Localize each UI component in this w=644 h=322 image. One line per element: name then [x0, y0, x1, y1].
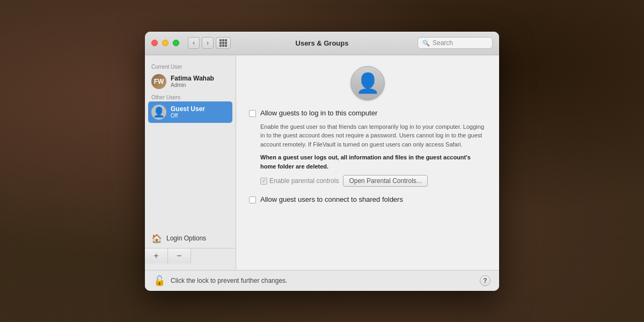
house-icon: 🏠 — [151, 233, 162, 244]
user-role: Admin — [171, 82, 214, 88]
sidebar: Current User FW Fatima Wahab Admin Other… — [145, 55, 236, 270]
guest-avatar-large: 👤 — [350, 66, 385, 100]
main-content: Current User FW Fatima Wahab Admin Other… — [145, 55, 499, 270]
guest-user-item[interactable]: 👤 Guest User Off — [148, 101, 232, 123]
allow-shared-checkbox[interactable] — [249, 196, 256, 203]
close-button[interactable] — [151, 40, 158, 46]
nav-buttons: ‹ › — [188, 37, 214, 49]
traffic-lights — [151, 40, 179, 46]
search-placeholder: Search — [433, 39, 453, 47]
sidebar-action-buttons: + − — [145, 248, 236, 264]
description-text: Enable the guest user so that friends ca… — [260, 122, 486, 149]
parental-controls-checkbox-wrap: ✓ Enable parental controls — [260, 177, 339, 185]
title-bar: ‹ › Users & Groups 🔍 Search — [145, 32, 499, 55]
allow-shared-row: Allow guest users to connect to shared f… — [249, 195, 486, 203]
parental-controls-row: ✓ Enable parental controls Open Parental… — [260, 175, 486, 187]
grid-button[interactable] — [216, 37, 231, 49]
footer-text: Click the lock to prevent further change… — [171, 277, 474, 284]
grid-icon — [219, 39, 227, 47]
login-options-label: Login Options — [166, 235, 206, 242]
user-name: Fatima Wahab — [171, 75, 214, 82]
parental-controls-checkbox[interactable]: ✓ — [260, 178, 267, 185]
remove-user-button[interactable]: − — [168, 248, 191, 264]
guest-user-name: Guest User — [171, 105, 205, 113]
user-info: Fatima Wahab Admin — [171, 75, 214, 88]
current-user-item[interactable]: FW Fatima Wahab Admin — [145, 71, 236, 92]
forward-button[interactable]: › — [202, 37, 214, 49]
allow-guests-row: Allow guests to log in to this computer — [249, 109, 486, 117]
person-icon: 👤 — [356, 74, 380, 93]
guest-avatar-small: 👤 — [151, 105, 166, 120]
bold-warning-text: When a guest user logs out, all informat… — [260, 153, 486, 171]
parental-controls-label: Enable parental controls — [269, 177, 339, 185]
help-button[interactable]: ? — [480, 275, 491, 286]
users-groups-window: ‹ › Users & Groups 🔍 Search Current User… — [145, 32, 499, 291]
add-user-button[interactable]: + — [145, 248, 168, 264]
lock-icon[interactable]: 🔓 — [153, 275, 165, 287]
minimize-button[interactable] — [162, 40, 169, 46]
back-button[interactable]: ‹ — [188, 37, 200, 49]
allow-guests-label: Allow guests to log in to this computer — [260, 109, 377, 117]
allow-shared-label: Allow guest users to connect to shared f… — [260, 195, 403, 203]
search-icon: 🔍 — [422, 40, 430, 47]
footer: 🔓 Click the lock to prevent further chan… — [145, 270, 499, 291]
avatar: FW — [151, 74, 166, 89]
detail-pane: 👤 Allow guests to log in to this compute… — [236, 55, 499, 270]
current-user-label: Current User — [145, 62, 236, 71]
search-box[interactable]: 🔍 Search — [418, 37, 493, 49]
window-title: Users & Groups — [296, 39, 349, 47]
maximize-button[interactable] — [173, 40, 179, 46]
allow-guests-checkbox[interactable] — [249, 110, 256, 117]
guest-user-status: Off — [171, 113, 205, 119]
open-parental-controls-button[interactable]: Open Parental Controls... — [343, 175, 427, 187]
other-users-label: Other Users — [145, 92, 236, 101]
guest-avatar-icon: 👤 — [153, 106, 165, 118]
guest-user-info: Guest User Off — [171, 105, 205, 119]
login-options-item[interactable]: 🏠 Login Options — [145, 229, 236, 248]
avatar-initials: FW — [151, 74, 166, 89]
